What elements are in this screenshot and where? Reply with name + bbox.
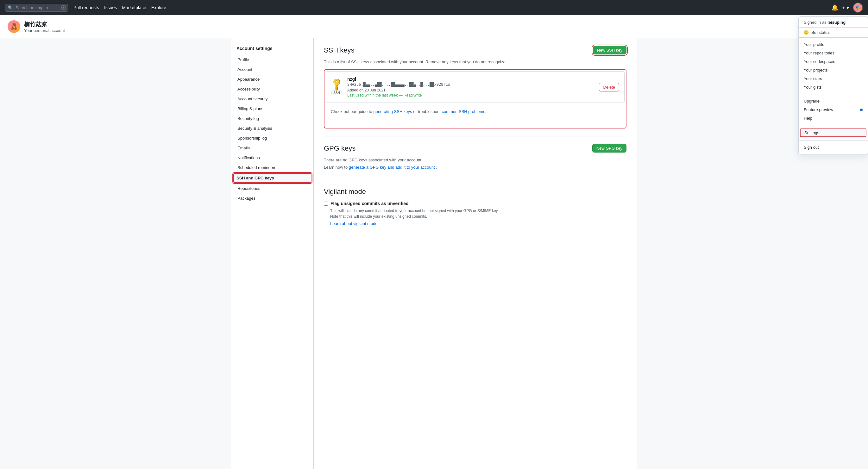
key-icon: 🔑	[329, 76, 344, 91]
avatar[interactable]: 🎭	[853, 3, 863, 13]
sidebar-item-emails[interactable]: Emails	[231, 143, 313, 153]
dropdown-section-signout: Sign out	[799, 140, 868, 154]
generating-ssh-keys-link[interactable]: generating SSH keys	[373, 109, 412, 114]
sidebar-item-security-analysis[interactable]: Security & analysis	[231, 123, 313, 133]
dropdown-settings[interactable]: Settings	[800, 128, 866, 137]
dropdown-your-profile[interactable]: Your profile	[799, 40, 868, 49]
search-placeholder: Search or jump to...	[16, 5, 51, 10]
dropdown-your-repositories[interactable]: Your repositories	[799, 49, 868, 57]
dropdown-sign-out[interactable]: Sign out	[799, 143, 868, 152]
sidebar-item-account-security[interactable]: Account security	[231, 94, 313, 104]
main-content: SSH keys New SSH key This is a list of S…	[314, 38, 637, 469]
main-layout: Account settings Profile Account Appeara…	[231, 38, 637, 469]
vigilant-learn-link[interactable]: Learn about vigilant mode.	[330, 221, 379, 226]
avatar-status-dot	[860, 3, 863, 5]
topnav-right: 🔔 + ▾ 🎭	[831, 3, 863, 13]
vigilant-desc-1: This will include any commit attributed …	[330, 209, 626, 213]
notifications-icon[interactable]: 🔔	[831, 4, 838, 11]
gpg-learn-text: Learn how to generate a GPG key and add …	[324, 165, 626, 169]
page-header: 🧸 楠竹菇凉 Your personal account Go to your …	[0, 15, 868, 38]
sidebar-item-accessibility[interactable]: Accessibility	[231, 84, 313, 94]
sidebar-item-appearance[interactable]: Appearance	[231, 74, 313, 84]
sidebar-item-profile[interactable]: Profile	[231, 55, 313, 65]
sidebar-item-sponsorship-log[interactable]: Sponsorship log	[231, 133, 313, 143]
dropdown-section-profile: Your profile Your repositories Your code…	[799, 38, 868, 94]
ssh-section-header: SSH keys New SSH key	[324, 46, 626, 55]
gpg-section-header: GPG keys New GPG key	[324, 144, 626, 153]
vigilant-checkbox-row: Flag unsigned commits as unverified	[324, 201, 626, 206]
ssh-section-title: SSH keys	[324, 46, 354, 55]
dropdown-your-gists[interactable]: Your gists	[799, 83, 868, 91]
ssh-section-desc: This is a list of SSH keys associated wi…	[324, 60, 626, 64]
key-fingerprint: SHA256:█▄▄..▄██....██▄▄▄▄..██▄..█...██x9…	[347, 82, 594, 87]
set-status-item[interactable]: 🙂 Set status	[799, 28, 868, 38]
sidebar-title: Account settings	[231, 43, 313, 55]
dropdown-feature-preview[interactable]: Feature preview	[799, 105, 868, 114]
ssh-keys-container: 🔑 SSH nzgl SHA256:█▄▄..▄██....██▄▄▄▄..██…	[324, 69, 626, 128]
vigilant-desc-2: Note that this will include your existin…	[330, 214, 626, 219]
avatar-emoji: 🎭	[855, 5, 861, 10]
dropdown-your-stars[interactable]: Your stars	[799, 74, 868, 83]
nav-pullrequests[interactable]: Pull requests	[73, 5, 99, 10]
delete-key-button[interactable]: Delete	[599, 83, 619, 91]
sidebar: Account settings Profile Account Appeara…	[231, 38, 314, 469]
nav-issues[interactable]: Issues	[104, 5, 117, 10]
dropdown-help[interactable]: Help	[799, 114, 868, 122]
user-dropdown-menu: Signed in as leisuping 🙂 Set status Your…	[798, 17, 868, 154]
vigilant-mode-title: Vigilant mode	[324, 188, 626, 196]
no-gpg-keys-text: There are no GPG keys associated with yo…	[324, 158, 626, 162]
vigilant-checkbox[interactable]	[324, 201, 328, 206]
key-last-used: Last used within the last week — Read/wr…	[347, 93, 594, 97]
sidebar-item-notifications[interactable]: Notifications	[231, 153, 313, 163]
search-bar[interactable]: 🔍 Search or jump to... /	[5, 4, 68, 12]
sidebar-item-ssh-gpg-keys[interactable]: SSH and GPG keys	[233, 173, 311, 183]
user-name: 楠竹菇凉	[24, 21, 65, 28]
dropdown-username: leisuping	[828, 20, 845, 25]
top-navigation: 🔍 Search or jump to... / Pull requests I…	[0, 0, 868, 15]
sidebar-item-scheduled-reminders[interactable]: Scheduled reminders	[231, 163, 313, 173]
smiley-icon: 🙂	[804, 30, 809, 35]
divider-1	[324, 136, 626, 136]
dropdown-signed-in: Signed in as leisuping	[799, 17, 868, 28]
sidebar-item-security-log[interactable]: Security log	[231, 114, 313, 123]
gpg-section: GPG keys New GPG key There are no GPG ke…	[324, 144, 626, 169]
gpg-section-title: GPG keys	[324, 144, 355, 153]
sidebar-item-billing[interactable]: Billing & plans	[231, 104, 313, 114]
ssh-key-card: 🔑 SSH nzgl SHA256:█▄▄..▄██....██▄▄▄▄..██…	[326, 71, 625, 103]
create-icon[interactable]: + ▾	[842, 5, 849, 11]
key-icon-area: 🔑 SSH	[331, 79, 342, 95]
ssh-guide-text: Check out our guide to generating SSH ke…	[326, 107, 625, 117]
common-ssh-problems-link[interactable]: common SSH problems	[442, 109, 485, 114]
dropdown-section-settings: Settings	[799, 125, 868, 140]
search-icon: 🔍	[8, 5, 13, 10]
generate-gpg-key-link[interactable]: generate a GPG key and add it to your ac…	[349, 165, 435, 169]
dropdown-your-codespaces[interactable]: Your codespaces	[799, 57, 868, 66]
user-info: 🧸 楠竹菇凉 Your personal account	[8, 20, 65, 33]
user-subtitle: Your personal account	[24, 28, 65, 33]
key-added: Added on 20 Jun 2021	[347, 88, 594, 92]
dropdown-your-projects[interactable]: Your projects	[799, 66, 868, 74]
user-avatar: 🧸	[8, 20, 20, 33]
sidebar-item-account[interactable]: Account	[231, 65, 313, 74]
new-ssh-key-button[interactable]: New SSH key	[593, 46, 626, 55]
nav-explore[interactable]: Explore	[151, 5, 166, 10]
key-info: nzgl SHA256:█▄▄..▄██....██▄▄▄▄..██▄..█..…	[347, 76, 594, 97]
vigilant-checkbox-label[interactable]: Flag unsigned commits as unverified	[331, 201, 409, 206]
dropdown-upgrade[interactable]: Upgrade	[799, 97, 868, 105]
key-name: nzgl	[347, 76, 594, 82]
feature-preview-dot	[860, 108, 863, 111]
vigilant-section: Vigilant mode Flag unsigned commits as u…	[324, 188, 626, 226]
topnav-links: Pull requests Issues Marketplace Explore	[73, 5, 166, 10]
search-kbd: /	[61, 5, 65, 10]
new-gpg-key-button[interactable]: New GPG key	[592, 144, 626, 153]
sidebar-item-packages[interactable]: Packages	[231, 193, 313, 203]
nav-marketplace[interactable]: Marketplace	[122, 5, 146, 10]
dropdown-section-upgrade: Upgrade Feature preview Help	[799, 94, 868, 125]
sidebar-item-repositories[interactable]: Repositories	[231, 184, 313, 193]
